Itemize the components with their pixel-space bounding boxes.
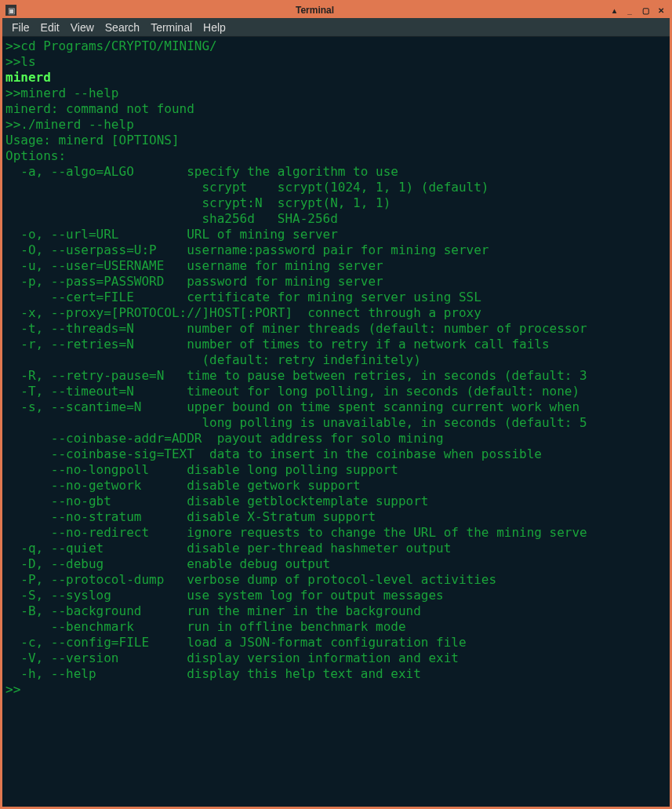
menu-edit[interactable]: Edit xyxy=(36,20,64,35)
terminal-line: scrypt scrypt(1024, 1, 1) (default) xyxy=(5,180,667,195)
terminal-line: --coinbase-sig=TEXT data to insert in th… xyxy=(5,446,667,462)
terminal-line: >>ls xyxy=(5,54,667,70)
window-titlebar[interactable]: ▣ Terminal ▴ _ ▢ ✕ xyxy=(2,2,670,18)
terminal-output-area[interactable]: >>cd Programs/CRYPTO/MINING/>>lsminerd>>… xyxy=(2,37,670,807)
system-menu-icon[interactable]: ▣ xyxy=(5,5,16,16)
terminal-line: --coinbase-addr=ADDR payout address for … xyxy=(5,431,667,446)
terminal-line: Usage: minerd [OPTIONS] xyxy=(5,133,667,148)
window-title: Terminal xyxy=(21,5,608,16)
terminal-line: -r, --retries=N number of times to retry… xyxy=(5,337,667,352)
menu-terminal[interactable]: Terminal xyxy=(146,20,197,35)
terminal-line: -c, --config=FILE load a JSON-format con… xyxy=(5,635,667,650)
terminal-line: -q, --quiet disable per-thread hashmeter… xyxy=(5,541,667,556)
terminal-line: -D, --debug enable debug output xyxy=(5,556,667,572)
terminal-line: --no-longpoll disable long polling suppo… xyxy=(5,462,667,478)
terminal-line: -S, --syslog use system log for output m… xyxy=(5,588,667,603)
terminal-line: -h, --help display this help text and ex… xyxy=(5,666,667,682)
menu-file[interactable]: File xyxy=(7,20,35,35)
terminal-line: --no-gbt disable getblocktemplate suppor… xyxy=(5,494,667,509)
terminal-line: minerd xyxy=(5,70,667,86)
terminal-line: >>minerd --help xyxy=(5,86,667,101)
terminal-line: sha256d SHA-256d xyxy=(5,211,667,227)
terminal-line: --cert=FILE certificate for mining serve… xyxy=(5,290,667,305)
terminal-line: -V, --version display version informatio… xyxy=(5,650,667,666)
terminal-line: --no-stratum disable X-Stratum support xyxy=(5,509,667,525)
menubar: File Edit View Search Terminal Help xyxy=(2,18,670,37)
menu-search[interactable]: Search xyxy=(100,20,144,35)
terminal-line: -a, --algo=ALGO specify the algorithm to… xyxy=(5,164,667,180)
terminal-line: (default: retry indefinitely) xyxy=(5,352,667,368)
terminal-line: >> xyxy=(5,682,667,698)
window-buttons: ▴ _ ▢ ✕ xyxy=(608,5,667,16)
terminal-line: -B, --background run the miner in the ba… xyxy=(5,603,667,619)
terminal-line: -T, --timeout=N timeout for long polling… xyxy=(5,384,667,399)
menu-help[interactable]: Help xyxy=(198,20,231,35)
collapse-button[interactable]: ▴ xyxy=(608,5,619,16)
terminal-line: --benchmark run in offline benchmark mod… xyxy=(5,619,667,635)
menu-view[interactable]: View xyxy=(66,20,99,35)
minimize-button[interactable]: _ xyxy=(624,5,635,16)
terminal-line: long polling is unavailable, in seconds … xyxy=(5,415,667,431)
terminal-line: -p, --pass=PASSWORD password for mining … xyxy=(5,274,667,290)
terminal-line: -R, --retry-pause=N time to pause betwee… xyxy=(5,368,667,384)
terminal-window: ▣ Terminal ▴ _ ▢ ✕ File Edit View Search… xyxy=(0,0,672,809)
terminal-line: Options: xyxy=(5,148,667,164)
terminal-line: -O, --userpass=U:P username:password pai… xyxy=(5,242,667,258)
terminal-line: -o, --url=URL URL of mining server xyxy=(5,227,667,242)
terminal-line: scrypt:N scrypt(N, 1, 1) xyxy=(5,195,667,211)
terminal-line: -x, --proxy=[PROTOCOL://]HOST[:PORT] con… xyxy=(5,305,667,321)
close-button[interactable]: ✕ xyxy=(656,5,667,16)
terminal-line: --no-redirect ignore requests to change … xyxy=(5,525,667,541)
terminal-line: -t, --threads=N number of miner threads … xyxy=(5,321,667,337)
terminal-line: -s, --scantime=N upper bound on time spe… xyxy=(5,399,667,415)
terminal-line: --no-getwork disable getwork support xyxy=(5,478,667,494)
maximize-button[interactable]: ▢ xyxy=(640,5,651,16)
terminal-line: -P, --protocol-dump verbose dump of prot… xyxy=(5,572,667,588)
terminal-line: >>./minerd --help xyxy=(5,117,667,133)
terminal-line: >>cd Programs/CRYPTO/MINING/ xyxy=(5,38,667,54)
terminal-line: minerd: command not found xyxy=(5,101,667,117)
terminal-line: -u, --user=USERNAME username for mining … xyxy=(5,258,667,274)
